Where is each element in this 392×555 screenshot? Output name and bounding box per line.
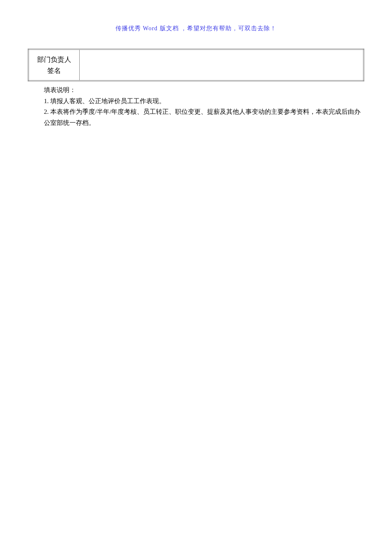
signature-table: 部门负责人 签名 — [28, 49, 364, 81]
notes-item-2: 2. 本表将作为季度/半年/年度考核、员工转正、职位变更、提薪及其他人事变动的主… — [44, 107, 364, 128]
notes-heading: 填表说明： — [44, 85, 364, 96]
signature-value-cell — [80, 49, 364, 81]
form-notes: 填表说明： 1. 填报人客观、公正地评价员工工作表现。 2. 本表将作为季度/半… — [28, 81, 364, 128]
notes-item-1: 1. 填报人客观、公正地评价员工工作表现。 — [44, 96, 364, 107]
page-header-note: 传播优秀 Word 版文档 ，希望对您有帮助，可双击去除！ — [0, 0, 392, 32]
signature-label-line1: 部门负责人 — [37, 56, 71, 63]
signature-label-cell: 部门负责人 签名 — [29, 49, 80, 81]
table-row: 部门负责人 签名 — [29, 49, 364, 81]
signature-label-line2: 签名 — [47, 67, 61, 74]
document-content: 部门负责人 签名 填表说明： 1. 填报人客观、公正地评价员工工作表现。 2. … — [0, 32, 392, 128]
header-note-text: 传播优秀 Word 版文档 ，希望对您有帮助，可双击去除！ — [115, 25, 277, 32]
